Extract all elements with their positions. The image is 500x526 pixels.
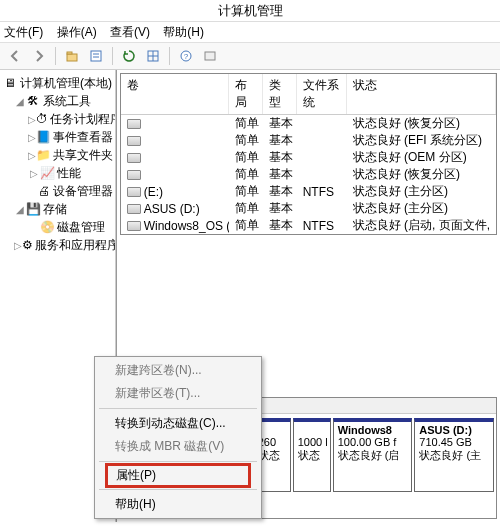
menu-view[interactable]: 查看(V) [110, 25, 150, 39]
ctx-help[interactable]: 帮助(H) [97, 493, 259, 516]
volume-list-header: 卷 布局 类型 文件系统 状态 [121, 74, 496, 115]
volume-icon [127, 221, 141, 231]
tree-shared[interactable]: ▷📁共享文件夹 [2, 146, 113, 164]
svg-rect-10 [205, 52, 215, 60]
volume-icon [127, 136, 141, 146]
volume-list: 卷 布局 类型 文件系统 状态 简单基本状态良好 (恢复分区)简单基本状态良好 … [120, 73, 497, 235]
up-icon[interactable] [61, 45, 83, 67]
volume-row[interactable]: 简单基本状态良好 (OEM 分区) [121, 149, 496, 166]
clock-icon: ⏱ [36, 111, 48, 127]
folder-icon: 📁 [36, 147, 51, 163]
ctx-new-spanned: 新建跨区卷(N)... [97, 359, 259, 382]
expand-icon[interactable]: ▷ [28, 132, 36, 143]
menubar: 文件(F) 操作(A) 查看(V) 帮助(H) [0, 22, 500, 42]
tree-storage[interactable]: ◢💾存储 [2, 200, 113, 218]
col-fs[interactable]: 文件系统 [297, 74, 347, 114]
svg-rect-1 [67, 52, 72, 54]
partition[interactable]: ASUS (D:)710.45 GB状态良好 (主 [414, 418, 494, 492]
col-type[interactable]: 类型 [263, 74, 297, 114]
ctx-to-dynamic[interactable]: 转换到动态磁盘(C)... [97, 412, 259, 435]
storage-icon: 💾 [25, 201, 41, 217]
volume-row[interactable]: ASUS (D:)简单基本状态良好 (主分区) [121, 200, 496, 217]
col-layout[interactable]: 布局 [229, 74, 263, 114]
refresh-icon[interactable] [118, 45, 140, 67]
help-icon[interactable]: ? [175, 45, 197, 67]
toolbar: ? [0, 42, 500, 70]
col-volume[interactable]: 卷 [121, 74, 229, 114]
nav-forward-icon[interactable] [28, 45, 50, 67]
menu-action[interactable]: 操作(A) [57, 25, 97, 39]
ctx-to-mbr: 转换成 MBR 磁盘(V) [97, 435, 259, 458]
volume-icon [127, 187, 141, 197]
tree-devmgr[interactable]: 🖨设备管理器 [2, 182, 113, 200]
svg-text:?: ? [184, 52, 189, 61]
tree-event[interactable]: ▷📘事件查看器 [2, 128, 113, 146]
volume-row[interactable]: 简单基本状态良好 (EFI 系统分区) [121, 132, 496, 149]
volume-row[interactable]: 简单基本状态良好 (恢复分区) [121, 115, 496, 132]
partition[interactable]: 1000 l状态 [293, 418, 331, 492]
perf-icon: 📈 [39, 165, 55, 181]
volume-icon [127, 170, 141, 180]
svg-rect-2 [91, 51, 101, 61]
tools-icon: 🛠 [25, 93, 41, 109]
props-icon[interactable] [85, 45, 107, 67]
tree-root[interactable]: 🖥 计算机管理(本地) [2, 74, 113, 92]
device-icon: 🖨 [37, 183, 50, 199]
ctx-properties[interactable]: 属性(P) [105, 463, 251, 488]
tree-perf[interactable]: ▷📈性能 [2, 164, 113, 182]
col-status[interactable]: 状态 [347, 74, 496, 114]
volume-icon [127, 204, 141, 214]
tree-sys[interactable]: ◢🛠系统工具 [2, 92, 113, 110]
volume-icon [127, 119, 141, 129]
expand-icon[interactable]: ▷ [28, 168, 39, 179]
ctx-new-striped: 新建带区卷(T)... [97, 382, 259, 405]
tree-services[interactable]: ▷⚙服务和应用程序 [2, 236, 113, 254]
volume-row[interactable]: 简单基本状态良好 (恢复分区) [121, 166, 496, 183]
nav-back-icon[interactable] [4, 45, 26, 67]
menu-help[interactable]: 帮助(H) [163, 25, 204, 39]
expand-icon[interactable]: ▷ [14, 240, 22, 251]
tree-diskmgr[interactable]: 📀磁盘管理 [2, 218, 113, 236]
expand-icon[interactable]: ▷ [28, 150, 36, 161]
window-title: 计算机管理 [0, 0, 500, 22]
services-icon: ⚙ [22, 237, 33, 253]
disk-icon: 📀 [39, 219, 55, 235]
volume-row[interactable]: (E:)简单基本NTFS状态良好 (主分区) [121, 183, 496, 200]
settings-icon[interactable] [199, 45, 221, 67]
volume-icon [127, 153, 141, 163]
tree-root-label: 计算机管理(本地) [20, 75, 112, 92]
context-menu: 新建跨区卷(N)... 新建带区卷(T)... 转换到动态磁盘(C)... 转换… [94, 356, 262, 519]
tree-sched[interactable]: ▷⏱任务计划程序 [2, 110, 113, 128]
expand-icon[interactable]: ▷ [28, 114, 36, 125]
computer-icon: 🖥 [2, 75, 18, 91]
collapse-icon[interactable]: ◢ [14, 204, 25, 215]
collapse-icon[interactable]: ◢ [14, 96, 25, 107]
menu-file[interactable]: 文件(F) [4, 25, 43, 39]
event-icon: 📘 [36, 129, 51, 145]
svg-rect-0 [67, 54, 77, 61]
volume-row[interactable]: Windows8_OS (C:)简单基本NTFS状态良好 (启动, 页面文件, [121, 217, 496, 234]
view-icon[interactable] [142, 45, 164, 67]
partition[interactable]: Windows8100.00 GB f状态良好 (启 [333, 418, 413, 492]
